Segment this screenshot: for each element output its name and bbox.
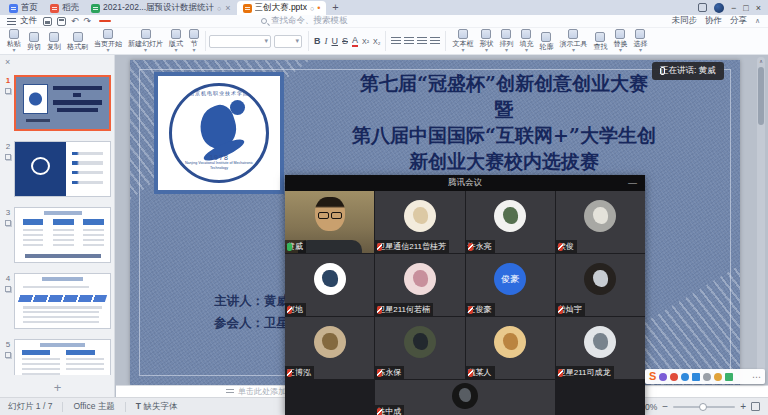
participant-tile[interactable]: 王博泓 bbox=[285, 317, 374, 379]
share-button[interactable]: 分享 bbox=[730, 15, 747, 27]
new-tab-button[interactable]: + bbox=[326, 1, 344, 15]
document-tab[interactable]: 首页 bbox=[3, 1, 44, 15]
slide-thumbnail[interactable]: 2 bbox=[2, 141, 111, 197]
ribbon-tab[interactable] bbox=[113, 20, 125, 22]
participant-tile[interactable]: 曾灿宇 bbox=[556, 254, 645, 316]
ribbon-tab[interactable] bbox=[155, 20, 167, 22]
ribbon-button[interactable]: 轮廓 bbox=[536, 28, 556, 54]
document-tab[interactable]: 三创大赛.pptx ○ • bbox=[237, 1, 327, 15]
font-size-select[interactable] bbox=[274, 35, 302, 48]
institute-logo[interactable]: 南京机电职业技术学院 1978 Nanjing Vocational Insti… bbox=[154, 72, 284, 194]
theme-name[interactable]: Office 主题 bbox=[73, 401, 114, 413]
add-slide-button[interactable]: + bbox=[0, 380, 115, 395]
participant-tile[interactable]: 卫星211司成龙 bbox=[556, 317, 645, 379]
subscript-button[interactable]: X₂ bbox=[373, 38, 380, 45]
command-search[interactable]: 查找命令、搜索模板 bbox=[261, 15, 348, 27]
collapse-ribbon-icon[interactable]: ∧ bbox=[755, 17, 760, 25]
ribbon-tab[interactable] bbox=[211, 20, 223, 22]
fullscreen-icon[interactable] bbox=[751, 402, 760, 411]
slide-thumbnail[interactable]: 3 bbox=[2, 207, 111, 263]
ribbon-button[interactable]: 填充 ▾ bbox=[516, 28, 536, 54]
slide-thumbnail[interactable]: 4 bbox=[2, 273, 111, 329]
ribbon-button[interactable]: 剪切 bbox=[24, 28, 44, 54]
ribbon-button[interactable]: 替换 ▾ bbox=[610, 28, 630, 54]
ribbon-button[interactable]: 格式刷 bbox=[64, 28, 91, 54]
undo-icon[interactable]: ↶ bbox=[71, 16, 79, 26]
superscript-button[interactable]: X² bbox=[362, 38, 369, 45]
align-left-icon[interactable] bbox=[391, 37, 401, 45]
zoom-slider[interactable] bbox=[673, 406, 735, 408]
tray-icon[interactable] bbox=[670, 373, 678, 381]
slide-thumbnail[interactable]: 5 bbox=[2, 339, 111, 375]
participant-tile[interactable]: 陈永保 bbox=[375, 317, 464, 379]
ribbon-button[interactable]: 当页开始 ▾ bbox=[91, 28, 125, 54]
bold-button[interactable]: B bbox=[314, 36, 321, 46]
ribbon-button[interactable]: 查找 bbox=[590, 28, 610, 54]
zoom-slider-knob[interactable] bbox=[699, 403, 707, 411]
italic-button[interactable]: I bbox=[325, 36, 328, 46]
ribbon-tab[interactable] bbox=[225, 20, 237, 22]
ribbon-tab[interactable] bbox=[127, 20, 139, 22]
font-name-select[interactable] bbox=[209, 35, 271, 48]
ribbon-button[interactable]: 粘贴 ▾ bbox=[4, 28, 24, 54]
tray-icon[interactable] bbox=[681, 373, 689, 381]
participant-tile[interactable]: 侯俊 bbox=[556, 191, 645, 253]
ribbon-button[interactable]: 形状 ▾ bbox=[476, 28, 496, 54]
strikethrough-button[interactable]: S bbox=[342, 36, 348, 46]
meeting-titlebar[interactable]: 腾讯会议 — bbox=[285, 175, 645, 191]
participant-tile[interactable]: 魏某人 bbox=[466, 317, 555, 379]
ribbon-tab[interactable] bbox=[141, 20, 153, 22]
ribbon-tab[interactable] bbox=[99, 20, 111, 22]
zoom-out-button[interactable]: − bbox=[662, 402, 668, 412]
font-color-button[interactable]: A bbox=[352, 35, 358, 47]
justify-icon[interactable] bbox=[430, 37, 440, 45]
ribbon-tab[interactable] bbox=[197, 20, 209, 22]
print-icon[interactable] bbox=[57, 17, 66, 26]
redo-icon[interactable]: ↷ bbox=[84, 16, 92, 26]
panel-close-icon[interactable]: × bbox=[5, 57, 10, 67]
document-tab[interactable]: 2021-202...届预设计数据统计 ○ × bbox=[85, 1, 237, 15]
meeting-minimize-button[interactable]: — bbox=[628, 175, 637, 191]
sync-status[interactable]: 未同步 bbox=[671, 15, 697, 27]
align-right-icon[interactable] bbox=[417, 37, 427, 45]
ribbon-button[interactable]: 文本框 ▾ bbox=[449, 28, 476, 54]
ribbon-button[interactable]: 版式 ▾ bbox=[166, 28, 186, 54]
ribbon-button[interactable]: 排列 ▾ bbox=[496, 28, 516, 54]
save-icon[interactable] bbox=[43, 17, 52, 26]
document-tab[interactable]: 稻壳 bbox=[44, 1, 85, 15]
scrollbar[interactable]: ∧ bbox=[757, 57, 765, 383]
tray-icon[interactable] bbox=[725, 373, 733, 381]
tray-icon[interactable] bbox=[703, 373, 711, 381]
tray-icon[interactable] bbox=[692, 373, 700, 381]
participant-tile[interactable]: 卫星211何若楠 bbox=[375, 254, 464, 316]
participant-tile[interactable]: 许永亮 bbox=[466, 191, 555, 253]
slide-thumbnail[interactable]: 1 bbox=[2, 75, 111, 131]
participant-tile[interactable]: 黄威 bbox=[285, 191, 374, 253]
account-avatar[interactable] bbox=[714, 3, 724, 13]
ribbon-button[interactable]: 复制 bbox=[44, 28, 64, 54]
participant-tile[interactable]: 卫星通信211曾桂芳 bbox=[375, 191, 464, 253]
ribbon-button[interactable]: 演示工具 ▾ bbox=[556, 28, 590, 54]
ribbon-button[interactable]: 新建幻灯片 ▾ bbox=[125, 28, 166, 54]
close-tab-icon[interactable]: × bbox=[224, 3, 230, 13]
close-button[interactable]: × bbox=[756, 3, 761, 13]
scroll-up-icon[interactable]: ∧ bbox=[757, 57, 765, 66]
ribbon-tab[interactable] bbox=[169, 20, 181, 22]
tray-icon[interactable] bbox=[714, 373, 722, 381]
maximize-button[interactable]: □ bbox=[743, 3, 748, 13]
ribbon-tab[interactable] bbox=[183, 20, 195, 22]
ribbon-button[interactable]: 节 ▾ bbox=[186, 28, 202, 54]
participant-tile[interactable]: 赵地 bbox=[285, 254, 374, 316]
tray-icon[interactable] bbox=[659, 373, 667, 381]
missing-font-warning[interactable]: T 缺失字体 bbox=[136, 401, 178, 413]
ribbon-button[interactable]: 选择 ▾ bbox=[630, 28, 650, 54]
scrollbar-thumb[interactable] bbox=[758, 67, 764, 125]
tray-more-icon[interactable]: ⋯ bbox=[752, 373, 761, 381]
slide-title[interactable]: 第七届“冠盛杯”创新创意创业大赛 暨 第八届中国国际“互联网+”大学生创 新创业… bbox=[280, 70, 728, 174]
wps-logo[interactable]: S bbox=[649, 370, 656, 383]
participant-tile[interactable]: 俊豪 王俊豪 bbox=[466, 254, 555, 316]
workspace-icon[interactable] bbox=[698, 3, 707, 12]
zoom-in-button[interactable]: + bbox=[740, 402, 746, 412]
collaborate-button[interactable]: 协作 bbox=[705, 15, 722, 27]
file-menu[interactable]: 文件 bbox=[20, 15, 37, 27]
